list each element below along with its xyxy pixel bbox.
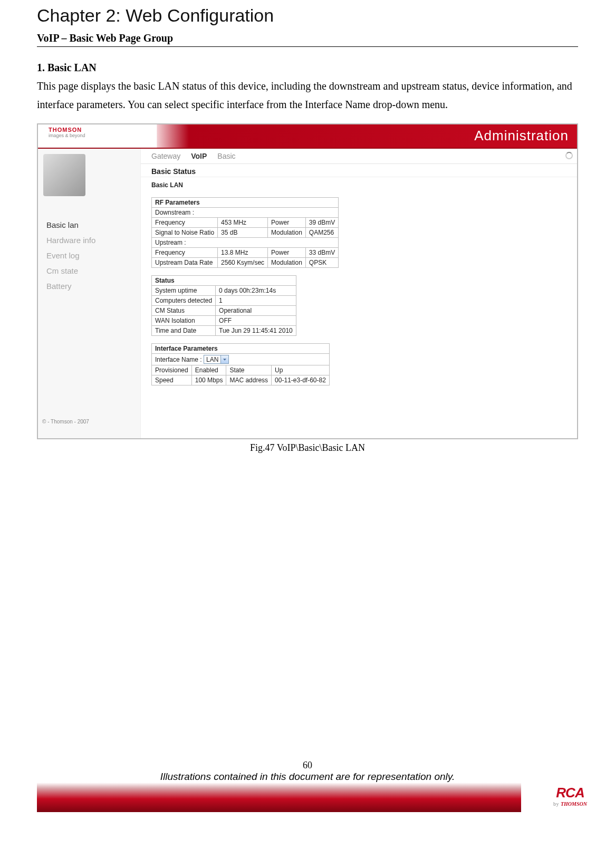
status-table: Status System uptime0 days 00h:23m:14s C… bbox=[151, 275, 296, 336]
rf-d-freq-value: 453 MHz bbox=[218, 218, 268, 228]
iface-mac-label: MAC address bbox=[226, 375, 272, 385]
page-subtitle: Basic LAN bbox=[141, 177, 577, 193]
status-wan-label: WAN Isolation bbox=[152, 316, 216, 326]
loading-spinner-icon bbox=[565, 152, 573, 159]
section-rule bbox=[37, 46, 578, 47]
status-computers-value: 1 bbox=[216, 296, 296, 306]
rf-u-mod-label: Modulation bbox=[268, 258, 306, 268]
byline-prefix: by bbox=[553, 801, 561, 807]
sidebar-item-hardware-info[interactable]: Hardware info bbox=[38, 233, 140, 248]
screenshot-banner: THOMSON images & beyond Administration bbox=[38, 124, 577, 149]
sidebar-item-cm-state[interactable]: Cm state bbox=[38, 263, 140, 278]
status-time-value: Tue Jun 29 11:45:41 2010 bbox=[216, 326, 296, 336]
rf-downstream-label: Downstream : bbox=[152, 208, 339, 218]
footer-red-band bbox=[37, 783, 521, 812]
sidebar: Basic lan Hardware info Event log Cm sta… bbox=[38, 149, 141, 439]
subsection-heading: 1. Basic LAN bbox=[37, 62, 578, 74]
sidebar-copyright: © - Thomson - 2007 bbox=[42, 419, 89, 425]
rf-upstream-label: Upstream : bbox=[152, 238, 339, 248]
chevron-down-icon bbox=[220, 355, 228, 363]
section-group: VoIP – Basic Web Page Group bbox=[37, 32, 578, 44]
tab-bar: Gateway VoIP Basic bbox=[141, 149, 577, 164]
iface-speed-label: Speed bbox=[152, 375, 192, 385]
footer-bar: RCA by THOMSON bbox=[0, 783, 615, 812]
status-time-label: Time and Date bbox=[152, 326, 216, 336]
logo-name: THOMSON bbox=[49, 127, 82, 133]
iface-state-label: State bbox=[226, 365, 272, 375]
iface-state-value: Up bbox=[272, 365, 330, 375]
rf-snr-label: Signal to Noise Ratio bbox=[152, 228, 218, 238]
footer-logo-block: RCA by THOMSON bbox=[525, 783, 615, 812]
tab-gateway[interactable]: Gateway bbox=[151, 152, 180, 160]
page-number: 60 bbox=[0, 760, 615, 771]
status-uptime-value: 0 days 00h:23m:14s bbox=[216, 286, 296, 296]
iface-name-row: Interface Name : LAN bbox=[152, 354, 330, 365]
rf-d-power-label: Power bbox=[268, 218, 306, 228]
rf-header: RF Parameters bbox=[152, 198, 339, 208]
rf-u-freq-value: 13.8 MHz bbox=[218, 248, 268, 258]
page-title: Basic Status bbox=[141, 164, 577, 177]
rf-d-mod-label: Modulation bbox=[268, 228, 306, 238]
tab-voip[interactable]: VoIP bbox=[191, 152, 207, 160]
footer-disclaimer: Illustrations contained in this document… bbox=[0, 771, 615, 783]
sidebar-item-event-log[interactable]: Event log bbox=[38, 248, 140, 263]
thomson-logo: THOMSON images & beyond bbox=[49, 127, 85, 138]
status-cm-value: Operational bbox=[216, 306, 296, 316]
rf-udr-label: Upstream Data Rate bbox=[152, 258, 218, 268]
rf-u-power-value: 33 dBmV bbox=[305, 248, 338, 258]
rca-logo: RCA bbox=[525, 785, 615, 801]
logo-tagline: images & beyond bbox=[49, 133, 85, 138]
chapter-title: Chapter 2: Web Configuration bbox=[37, 5, 578, 26]
iface-mac-value: 00-11-e3-df-60-82 bbox=[272, 375, 330, 385]
rf-u-mod-value: QPSK bbox=[305, 258, 338, 268]
iface-name-label: Interface Name : bbox=[155, 356, 202, 363]
rf-d-power-value: 39 dBmV bbox=[305, 218, 338, 228]
status-computers-label: Computers detected bbox=[152, 296, 216, 306]
rf-d-freq-label: Frequency bbox=[152, 218, 218, 228]
interface-name-select-value: LAN bbox=[204, 356, 220, 363]
sidebar-item-basic-lan[interactable]: Basic lan bbox=[38, 217, 140, 233]
tab-basic[interactable]: Basic bbox=[217, 152, 235, 160]
body-paragraph: This page displays the basic LAN status … bbox=[37, 77, 578, 114]
rf-d-mod-value: QAM256 bbox=[305, 228, 338, 238]
banner-title: Administration bbox=[474, 128, 569, 144]
status-uptime-label: System uptime bbox=[152, 286, 216, 296]
rf-udr-value: 2560 Ksym/sec bbox=[218, 258, 268, 268]
status-header: Status bbox=[152, 276, 296, 286]
rca-byline: by THOMSON bbox=[525, 801, 615, 807]
iface-prov-label: Provisioned bbox=[152, 365, 192, 375]
rf-parameters-table: RF Parameters Downstream : Frequency 453… bbox=[151, 197, 339, 268]
interface-name-select[interactable]: LAN bbox=[204, 355, 229, 364]
rf-u-freq-label: Frequency bbox=[152, 248, 218, 258]
screenshot-frame: THOMSON images & beyond Administration B… bbox=[37, 123, 578, 439]
rf-u-power-label: Power bbox=[268, 248, 306, 258]
main-panel: Gateway VoIP Basic Basic Status Basic LA… bbox=[141, 149, 577, 439]
iface-header: Interface Parameters bbox=[152, 344, 330, 354]
iface-speed-value: 100 Mbps bbox=[191, 375, 226, 385]
iface-prov-value: Enabled bbox=[191, 365, 226, 375]
interface-table: Interface Parameters Interface Name : LA… bbox=[151, 343, 330, 385]
figure-caption: Fig.47 VoIP\Basic\Basic LAN bbox=[37, 442, 578, 454]
status-cm-label: CM Status bbox=[152, 306, 216, 316]
avatar-image bbox=[43, 154, 85, 196]
status-wan-value: OFF bbox=[216, 316, 296, 326]
rf-snr-value: 35 dB bbox=[218, 228, 268, 238]
sidebar-item-battery[interactable]: Battery bbox=[38, 278, 140, 294]
byline-brand: THOMSON bbox=[561, 801, 587, 807]
